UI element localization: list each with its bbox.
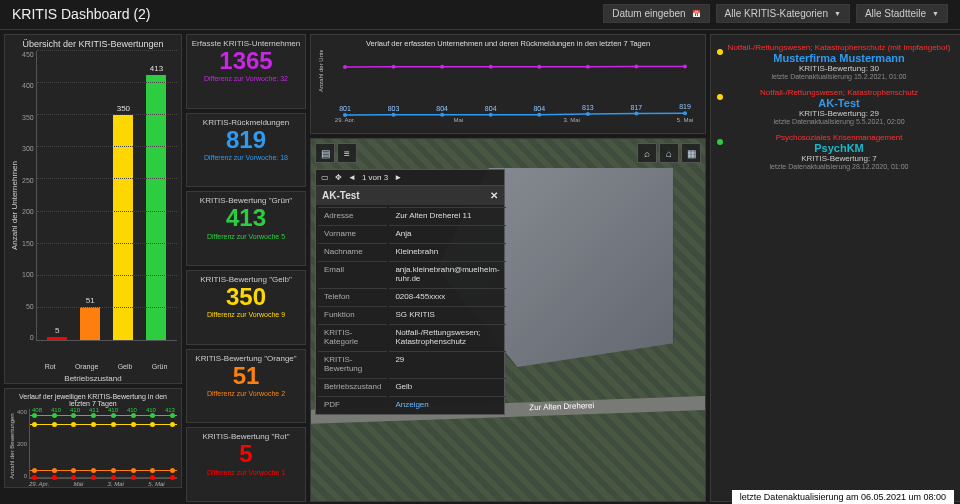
stat-cards-column: Erfasste KRITIS-Unternehmen 1365 Differe… xyxy=(186,34,306,502)
bar-orange[interactable]: 51 xyxy=(80,307,100,340)
svg-text:801: 801 xyxy=(339,105,351,112)
svg-point-11 xyxy=(440,113,444,117)
feed-item[interactable]: Psychosoziales Krisenmanagement PsychKM … xyxy=(715,129,960,174)
popup-row: Telefon0208-455xxxx xyxy=(318,288,506,304)
legend-icon[interactable]: ≡ xyxy=(337,143,357,163)
bar-value: 350 xyxy=(113,104,133,113)
left-column: Übersicht der KRITIS-Bewertungen Anzahl … xyxy=(4,34,182,502)
close-icon[interactable]: ✕ xyxy=(490,190,498,201)
feed-category: Notfall-/Rettungswesen; Katastrophenschu… xyxy=(717,43,960,52)
page-title: KRITIS Dashboard (2) xyxy=(12,6,151,22)
map-toolbar-right: ⌕ ⌂ ▦ xyxy=(637,143,701,163)
calendar-icon: 📅 xyxy=(692,10,701,18)
bar-y-axis-label: Anzahl der Unternehmen xyxy=(9,51,20,361)
trend-chart-panel: Verlauf der jeweiligen KRITIS-Bewertung … xyxy=(4,388,182,488)
popup-title-bar: AK-Test ✕ xyxy=(316,186,504,205)
dock-icon[interactable]: ▭ xyxy=(321,173,329,182)
pdf-link[interactable]: Anzeigen xyxy=(395,400,428,409)
svg-point-3 xyxy=(440,65,444,69)
stat-diff: Differenz zur Vorwoche 9 xyxy=(191,311,301,318)
trend-y-ticks: 4002000 xyxy=(15,409,29,479)
bar-y-ticks: 450400350300250200150100500 xyxy=(20,51,36,341)
svg-text:3. Mai: 3. Mai xyxy=(563,117,579,122)
svg-point-2 xyxy=(392,65,396,69)
bar-rot[interactable]: 5 xyxy=(47,337,67,340)
stat-card[interactable]: Erfasste KRITIS-Unternehmen 1365 Differe… xyxy=(186,34,306,109)
feed-name: AK-Test xyxy=(717,97,960,109)
stat-card[interactable]: KRITIS-Bewertung "Grün" 413 Differenz zu… xyxy=(186,191,306,266)
stat-value: 413 xyxy=(191,205,301,231)
chevron-down-icon: ▼ xyxy=(834,10,841,17)
popup-row: PDFAnzeigen xyxy=(318,396,506,412)
bar-value: 5 xyxy=(47,326,67,335)
svg-text:804: 804 xyxy=(485,105,497,112)
feed-name: Musterfirma Mustermann xyxy=(717,52,960,64)
date-picker[interactable]: Datum eingeben 📅 xyxy=(603,4,709,23)
next-icon[interactable]: ► xyxy=(394,173,402,182)
date-label: Datum eingeben xyxy=(612,8,685,19)
popup-row: KRITIS-Bewertung29 xyxy=(318,351,506,376)
feed-item[interactable]: Notfall-/Rettungswesen; Katastrophenschu… xyxy=(715,39,960,84)
popup-row: Emailanja.kleinebrahn@muelheim-ruhr.de xyxy=(318,261,506,286)
category-dropdown[interactable]: Alle KRITIS-Kategorien ▼ xyxy=(716,4,850,23)
svg-point-12 xyxy=(489,113,493,117)
feed-score: KRITIS-Bewertung: 29 xyxy=(717,109,960,118)
popup-title: AK-Test xyxy=(322,190,360,201)
move-icon[interactable]: ✥ xyxy=(335,173,342,182)
stat-card[interactable]: KRITIS-Bewertung "Orange" 51 Differenz z… xyxy=(186,349,306,424)
bar-plot: 551350413 xyxy=(36,51,177,341)
trend-x-ticks: 29. Apr.Mai3. Mai5. Mai xyxy=(28,481,177,487)
feed-panel[interactable]: Notfall-/Rettungswesen; Katastrophenschu… xyxy=(710,34,960,502)
feed-timestamp: letzte Datenaktualisierung 15.2.2021, 01… xyxy=(717,73,960,80)
svg-text:813: 813 xyxy=(582,104,594,111)
feed-score: KRITIS-Bewertung: 30 xyxy=(717,64,960,73)
stat-value: 819 xyxy=(191,127,301,153)
stat-value: 51 xyxy=(191,363,301,389)
district-label: Alle Stadtteile xyxy=(865,8,926,19)
trend-y-label: Anzahl der Bewertungen xyxy=(9,409,15,479)
category-label: Alle KRITIS-Kategorien xyxy=(725,8,828,19)
feed-timestamp: letzte Datenaktualisierung 5.5.2021, 02:… xyxy=(717,118,960,125)
feed-name: PsychKM xyxy=(717,142,960,154)
stat-card[interactable]: KRITIS-Bewertung "Gelb" 350 Differenz zu… xyxy=(186,270,306,345)
svg-text:29. Apr.: 29. Apr. xyxy=(335,117,356,122)
bar-x-ticks: RotOrangeGelbGrün xyxy=(35,363,177,370)
svg-point-15 xyxy=(634,112,638,116)
svg-text:5. Mai: 5. Mai xyxy=(677,117,693,122)
popup-table: AdresseZur Alten Dreherei 11VornameAnjaN… xyxy=(316,205,508,414)
top-line-plot: Anzahl der Unternehmen801803804804804813… xyxy=(315,50,701,122)
popup-row: FunktionSG KRITIS xyxy=(318,306,506,322)
popup-row: VornameAnja xyxy=(318,225,506,241)
stat-diff: Differenz zur Vorwoche: 32 xyxy=(191,75,301,82)
footer-timestamp: letzte Datenaktualisierung am 06.05.2021… xyxy=(732,490,954,504)
trend-plot: 408410410411410410410413 xyxy=(29,409,177,479)
svg-point-4 xyxy=(489,65,493,69)
map-panel[interactable]: ▤ ≡ ⌕ ⌂ ▦ ▭ ✥ ◄ 1 von 3 ► xyxy=(310,138,706,502)
feed-score: KRITIS-Bewertung: 7 xyxy=(717,154,960,163)
svg-text:817: 817 xyxy=(631,104,643,111)
basemap-icon[interactable]: ▦ xyxy=(681,143,701,163)
popup-row: KRITIS-KategorieNotfall-/Rettungswesen; … xyxy=(318,324,506,349)
feed-item[interactable]: Notfall-/Rettungswesen; Katastrophenschu… xyxy=(715,84,960,129)
map-toolbar-left: ▤ ≡ xyxy=(315,143,357,163)
stat-card[interactable]: KRITIS-Rückmeldungen 819 Differenz zur V… xyxy=(186,113,306,188)
svg-point-14 xyxy=(586,112,590,116)
stat-diff: Differenz zur Vorwoche 2 xyxy=(191,390,301,397)
stat-diff: Differenz zur Vorwoche: 18 xyxy=(191,154,301,161)
svg-text:Mai: Mai xyxy=(453,117,463,122)
svg-point-7 xyxy=(634,65,638,69)
svg-text:819: 819 xyxy=(679,103,691,110)
stat-card[interactable]: KRITIS-Bewertung "Rot" 5 Differenz zur V… xyxy=(186,427,306,502)
popup-row: BetriebszustandGelb xyxy=(318,378,506,394)
chevron-down-icon: ▼ xyxy=(932,10,939,17)
district-dropdown[interactable]: Alle Stadtteile ▼ xyxy=(856,4,948,23)
layers-icon[interactable]: ▤ xyxy=(315,143,335,163)
bar-value: 51 xyxy=(80,296,100,305)
map-popup: ▭ ✥ ◄ 1 von 3 ► AK-Test ✕ AdresseZur Alt… xyxy=(315,169,505,415)
feed-category: Notfall-/Rettungswesen; Katastrophenschu… xyxy=(717,88,960,97)
svg-point-1 xyxy=(343,65,347,69)
home-icon[interactable]: ⌂ xyxy=(659,143,679,163)
prev-icon[interactable]: ◄ xyxy=(348,173,356,182)
search-icon[interactable]: ⌕ xyxy=(637,143,657,163)
svg-point-16 xyxy=(683,111,687,115)
